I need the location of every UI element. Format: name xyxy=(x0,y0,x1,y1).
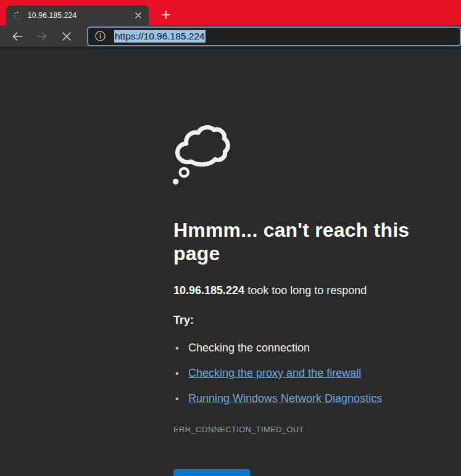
error-code: ERR_CONNECTION_TIMED_OUT xyxy=(173,425,461,434)
back-button[interactable] xyxy=(5,26,30,47)
suggestion-list: Checking the connection Checking the pro… xyxy=(173,342,461,405)
tab-strip: 10.96.185.224 xyxy=(0,0,461,25)
network-diagnostics-link[interactable]: Running Windows Network Diagnostics xyxy=(188,392,382,404)
error-subtitle-rest: took too long to respond xyxy=(244,284,367,297)
tab-title: 10.96.185.224 xyxy=(28,11,133,20)
address-input[interactable]: https://10.96.185.224 xyxy=(114,30,206,43)
suggestion-check-proxy-firewall: Checking the proxy and the firewall xyxy=(173,367,461,380)
suggestion-check-connection: Checking the connection xyxy=(173,342,461,355)
tab-close-icon[interactable] xyxy=(133,10,144,21)
proxy-firewall-link[interactable]: Checking the proxy and the firewall xyxy=(188,367,361,379)
error-block: Hmmm... can't reach this page 10.96.185.… xyxy=(173,121,461,476)
address-bar[interactable]: https://10.96.185.224 xyxy=(87,27,461,46)
loading-spinner-icon xyxy=(13,11,22,20)
thought-cloud-icon xyxy=(172,121,231,187)
try-label: Try: xyxy=(173,314,461,327)
forward-button[interactable] xyxy=(30,26,54,47)
new-tab-button[interactable] xyxy=(157,6,175,23)
url-selected-text: https://10.96.185.224 xyxy=(114,30,206,43)
error-title: Hmmm... can't reach this page xyxy=(173,218,461,265)
browser-toolbar: https://10.96.185.224 xyxy=(0,25,461,49)
browser-tab[interactable]: 10.96.185.224 xyxy=(6,6,149,25)
error-page: Hmmm... can't reach this page 10.96.185.… xyxy=(0,49,461,476)
browser-window: 10.96.185.224 xyxy=(0,0,461,476)
error-subtitle: 10.96.185.224 took too long to respond xyxy=(173,284,461,297)
site-info-icon[interactable] xyxy=(94,30,106,42)
refresh-button[interactable]: Refresh xyxy=(173,469,250,476)
stop-button[interactable] xyxy=(54,26,79,47)
suggestion-network-diagnostics: Running Windows Network Diagnostics xyxy=(173,392,461,405)
error-host: 10.96.185.224 xyxy=(173,284,244,297)
